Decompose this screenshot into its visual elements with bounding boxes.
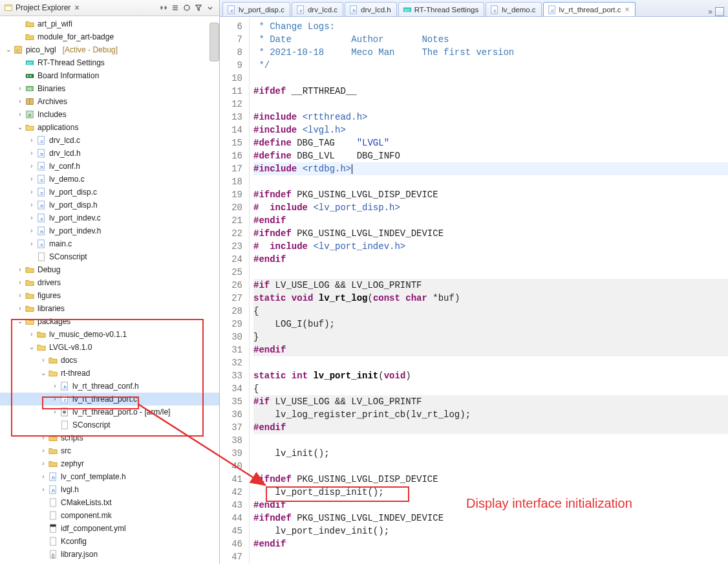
code-line[interactable] — [253, 98, 728, 111]
code-line[interactable] — [253, 460, 728, 473]
tree-item-drvlcdh[interactable]: ›.hdrv_lcd.h — [0, 147, 219, 160]
code-line[interactable]: lv_port_indev_init(); — [253, 525, 728, 537]
chevron-right-icon[interactable]: › — [27, 212, 36, 224]
code-line[interactable]: #endif — [253, 343, 728, 356]
chevron-right-icon[interactable]: › — [16, 95, 25, 108]
chevron-down-icon[interactable]: ⌄ — [4, 43, 13, 56]
collapse-all-icon[interactable] — [170, 3, 180, 13]
chevron-down-icon[interactable]: ⌄ — [39, 367, 48, 380]
chevron-right-icon[interactable]: › — [27, 224, 36, 237]
code-line[interactable]: #include <rtdbg.h> — [253, 162, 728, 175]
code-line[interactable]: #if LV_USE_LOG && LV_LOG_PRINTF — [253, 395, 728, 408]
filter-icon[interactable] — [193, 3, 204, 13]
code-line[interactable]: # include <lv_port_disp.h> — [253, 201, 728, 214]
tree-item-rt_set[interactable]: RTRT-Thread Settings — [0, 56, 219, 69]
chevron-right-icon[interactable]: › — [27, 134, 36, 147]
tree-item-cmake[interactable]: CMakeLists.txt — [0, 496, 219, 509]
chevron-right-icon[interactable]: › — [27, 237, 36, 250]
editor-tab[interactable]: .hdrv_lcd.h — [345, 2, 397, 16]
code-line[interactable]: static void lv_rt_log(const char *buf) — [253, 292, 728, 305]
code-line[interactable] — [253, 266, 728, 279]
tree-item-lvconfh[interactable]: ›.hlv_conf.h — [0, 160, 219, 173]
tree-item-packages[interactable]: ⌄packages — [0, 315, 219, 328]
tree-item-compmk[interactable]: component.mk — [0, 509, 219, 522]
tree-item-scripts[interactable]: ›scripts — [0, 431, 219, 444]
code-line[interactable] — [253, 434, 728, 447]
tree-item-arc[interactable]: ›Archives — [0, 95, 219, 108]
code-line[interactable]: #ifndef PKG_USING_LVGL_DISP_DEVICE — [253, 188, 728, 201]
chevron-right-icon[interactable]: › — [27, 160, 36, 173]
chevron-right-icon[interactable]: › — [39, 444, 48, 457]
code-line[interactable]: #ifndef PKG_USING_LVGL_INDEV_DEVICE — [253, 227, 728, 240]
chevron-right-icon[interactable]: › — [39, 470, 48, 483]
code-line[interactable]: #include <rtthread.h> — [253, 111, 728, 124]
code-line[interactable]: { — [253, 305, 728, 318]
chevron-right-icon[interactable]: › — [27, 173, 36, 186]
tree-item-src[interactable]: ›src — [0, 444, 219, 457]
chevron-right-icon[interactable]: › — [16, 82, 25, 95]
link-editor-icon[interactable] — [158, 3, 169, 13]
tree-item-portdispc[interactable]: ›.clv_port_disp.c — [0, 186, 219, 199]
code-line[interactable] — [253, 175, 728, 188]
tree-item-portindevc[interactable]: ›.clv_port_indev.c — [0, 212, 219, 224]
chevron-right-icon[interactable]: › — [16, 276, 25, 289]
tree-item-lvgl[interactable]: ⌄LVGL-v8.1.0 — [0, 341, 219, 354]
editor-tab[interactable]: .clv_rt_thread_port.c× — [543, 2, 636, 16]
code-line[interactable]: #ifndef PKG_USING_LVGL_INDEV_DEVICE — [253, 512, 728, 525]
code-line[interactable]: * Change Logs: — [253, 20, 728, 33]
tree-item-lvglh[interactable]: ›.hlvgl.h — [0, 483, 219, 496]
focus-icon[interactable] — [182, 3, 192, 13]
code-line[interactable] — [253, 72, 728, 85]
tree-item-debug[interactable]: ›Debug — [0, 263, 219, 276]
code-line[interactable]: # include <lv_port_indev.h> — [253, 240, 728, 253]
chevron-right-icon[interactable]: › — [27, 186, 36, 199]
chevron-right-icon[interactable]: › — [16, 289, 25, 302]
tree-item-portindevh[interactable]: ›.hlv_port_indev.h — [0, 224, 219, 237]
code-line[interactable]: #ifndef PKG_USING_LVGL_DISP_DEVICE — [253, 473, 728, 486]
chevron-down-icon[interactable]: ⌄ — [16, 121, 25, 134]
chevron-right-icon[interactable]: › — [39, 354, 48, 367]
editor-tab[interactable]: .clv_demo.c — [486, 2, 541, 16]
code-line[interactable] — [253, 356, 728, 369]
code-line[interactable]: lv_log_register_print_cb(lv_rt_log); — [253, 408, 728, 421]
tab-overflow-icon[interactable]: » — [708, 7, 712, 16]
code-line[interactable]: #define DBG_LVL DBG_INFO — [253, 149, 728, 162]
tree-item-pico[interactable]: ⌄Cpico_lvgl[Active - Debug] — [0, 43, 219, 56]
tree-item-kconfig[interactable]: Kconfig — [0, 535, 219, 548]
code-line[interactable]: #if LV_USE_LOG && LV_LOG_PRINTF — [253, 279, 728, 292]
tree-item-apps[interactable]: ⌄applications — [0, 121, 219, 134]
code-line[interactable] — [253, 550, 728, 563]
tree-item-rtthread[interactable]: ⌄rt-thread — [0, 367, 219, 380]
tree-item-rtporto[interactable]: ›lv_rt_thread_port.o - [arm/le] — [0, 406, 219, 418]
chevron-right-icon[interactable]: › — [50, 380, 59, 393]
code-line[interactable]: #endif — [253, 537, 728, 550]
chevron-right-icon[interactable]: › — [39, 457, 48, 470]
close-tab-icon[interactable]: × — [625, 6, 630, 14]
chevron-right-icon[interactable]: › — [27, 328, 36, 341]
chevron-down-icon[interactable]: ⌄ — [27, 341, 36, 354]
tree-item-libjson[interactable]: {}library.json — [0, 548, 219, 561]
tree-item-figures[interactable]: ›figures — [0, 289, 219, 302]
chevron-right-icon[interactable]: › — [50, 406, 59, 418]
tree-item-board[interactable]: Board Information — [0, 69, 219, 82]
tree-item-inc[interactable]: ›#Includes — [0, 108, 219, 121]
explorer-close-icon[interactable]: × — [74, 3, 79, 12]
code-line[interactable]: * 2021-10-18 Meco Man The first version — [253, 46, 728, 59]
tree-item-lvconft[interactable]: ›.hlv_conf_template.h — [0, 470, 219, 483]
code-line[interactable]: } — [253, 331, 728, 343]
tree-item-rtconfh[interactable]: ›.hlv_rt_thread_conf.h — [0, 380, 219, 393]
tree-item-scons2[interactable]: SConscript — [0, 418, 219, 431]
tree-item-drvlcdc[interactable]: ›.cdrv_lcd.c — [0, 134, 219, 147]
code-line[interactable]: * Date Author Notes — [253, 33, 728, 46]
tree-item-lvmusic[interactable]: ›lv_music_demo-v0.1.1 — [0, 328, 219, 341]
code-line[interactable]: #define DBG_TAG "LVGL" — [253, 136, 728, 149]
editor-tab[interactable]: .cdrv_lcd.c — [292, 2, 343, 16]
chevron-right-icon[interactable]: › — [16, 108, 25, 121]
code-line[interactable]: */ — [253, 59, 728, 72]
editor-tab[interactable]: RTRT-Thread Settings — [398, 2, 485, 16]
tree-item-drivers[interactable]: ›drivers — [0, 276, 219, 289]
tree-item-idf[interactable]: idf_component.yml — [0, 522, 219, 535]
tree-scrollbar-thumb[interactable] — [209, 23, 219, 61]
project-tree[interactable]: art_pi_wifimodule_for_art-badge⌄Cpico_lv… — [0, 16, 219, 564]
chevron-right-icon[interactable]: › — [39, 483, 48, 496]
